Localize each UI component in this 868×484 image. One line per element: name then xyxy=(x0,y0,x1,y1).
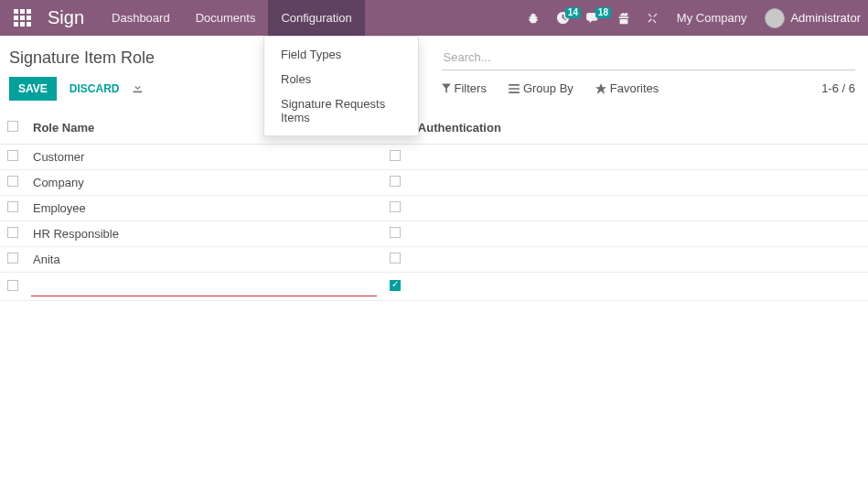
cell-sms-auth[interactable] xyxy=(382,196,868,221)
checkbox-icon xyxy=(390,176,401,187)
avatar xyxy=(765,8,785,28)
checkbox-icon xyxy=(7,201,18,212)
control-panel: Signature Item Role SAVE DISCARD Filters… xyxy=(0,36,868,108)
menu-dashboard[interactable]: Dashboard xyxy=(99,0,183,36)
checkbox-icon xyxy=(390,201,401,212)
menu-configuration[interactable]: Configuration xyxy=(268,0,364,36)
username: Administrator xyxy=(785,11,864,25)
checkbox-icon xyxy=(7,121,18,132)
table-row[interactable]: Anita xyxy=(0,247,868,273)
cell-role-name[interactable]: Anita xyxy=(26,247,382,273)
row-select[interactable] xyxy=(0,247,26,273)
checkbox-icon xyxy=(390,280,401,291)
app-name[interactable]: Sign xyxy=(40,7,99,28)
cell-role-name[interactable]: Employee xyxy=(26,196,382,221)
pager[interactable]: 1-6 / 6 xyxy=(821,81,855,95)
cell-sms-auth[interactable] xyxy=(382,221,868,247)
cell-sms-auth[interactable] xyxy=(382,145,868,170)
discuss-badge: 18 xyxy=(595,7,611,18)
row-select[interactable] xyxy=(0,221,26,247)
row-select[interactable] xyxy=(0,145,26,170)
tools-icon[interactable] xyxy=(639,0,666,36)
dropdown-field-types[interactable]: Field Types xyxy=(264,42,418,67)
checkbox-icon xyxy=(7,253,18,264)
navbar: Sign Dashboard Documents Configuration 1… xyxy=(0,0,868,36)
configuration-dropdown: Field Types Roles Signature Requests Ite… xyxy=(263,36,419,136)
systray: 14 18 My Company Administrator xyxy=(520,0,864,36)
filters-button[interactable]: Filters xyxy=(442,81,487,95)
list-icon xyxy=(509,84,520,93)
user-menu[interactable]: Administrator xyxy=(757,0,864,36)
table-row[interactable]: Customer xyxy=(0,145,868,170)
checkbox-icon xyxy=(7,280,18,291)
checkbox-icon xyxy=(7,176,18,187)
row-select[interactable] xyxy=(0,196,26,221)
export-button[interactable] xyxy=(132,81,144,96)
row-select[interactable] xyxy=(0,170,26,196)
cell-sms-auth[interactable] xyxy=(382,273,868,301)
cell-role-name[interactable]: HR Responsible xyxy=(26,221,382,247)
checkbox-icon xyxy=(7,150,18,161)
filter-icon xyxy=(442,83,451,93)
list-view: Role Name SMS Authentication CustomerCom… xyxy=(0,112,868,301)
apps-menu-button[interactable] xyxy=(4,0,40,36)
apps-icon xyxy=(14,9,31,27)
discard-button[interactable]: DISCARD xyxy=(70,82,120,95)
menu-documents[interactable]: Documents xyxy=(183,0,269,36)
favorites-button[interactable]: Favorites xyxy=(595,81,659,95)
save-button[interactable]: SAVE xyxy=(9,77,57,101)
checkbox-icon xyxy=(390,253,401,264)
gift-icon[interactable] xyxy=(610,0,638,36)
group-by-button[interactable]: Group By xyxy=(509,81,573,95)
cell-sms-auth[interactable] xyxy=(382,170,868,196)
table-row-editing[interactable] xyxy=(0,273,868,301)
checkbox-icon xyxy=(390,227,401,238)
row-select[interactable] xyxy=(0,273,26,301)
dropdown-roles[interactable]: Roles xyxy=(264,67,418,91)
search-input[interactable] xyxy=(442,45,856,70)
activities-icon[interactable]: 14 xyxy=(549,0,577,36)
cell-role-name-editing[interactable] xyxy=(26,273,382,301)
company-selector[interactable]: My Company xyxy=(668,11,756,25)
checkbox-icon xyxy=(390,150,401,161)
discuss-icon[interactable]: 18 xyxy=(579,0,608,36)
cell-role-name[interactable]: Customer xyxy=(26,145,382,170)
role-name-input[interactable] xyxy=(31,276,377,296)
table-row[interactable]: Company xyxy=(0,170,868,196)
dropdown-signature-requests-items[interactable]: Signature Requests Items xyxy=(264,91,418,130)
select-all-header[interactable] xyxy=(0,112,26,145)
col-sms-auth[interactable]: SMS Authentication xyxy=(382,112,868,145)
cell-sms-auth[interactable] xyxy=(382,247,868,273)
cell-role-name[interactable]: Company xyxy=(26,170,382,196)
table-row[interactable]: HR Responsible xyxy=(0,221,868,247)
main-menu: Dashboard Documents Configuration xyxy=(99,0,365,36)
table-row[interactable]: Employee xyxy=(0,196,868,221)
star-icon xyxy=(595,83,606,94)
debug-icon[interactable] xyxy=(520,0,547,36)
checkbox-icon xyxy=(7,227,18,238)
